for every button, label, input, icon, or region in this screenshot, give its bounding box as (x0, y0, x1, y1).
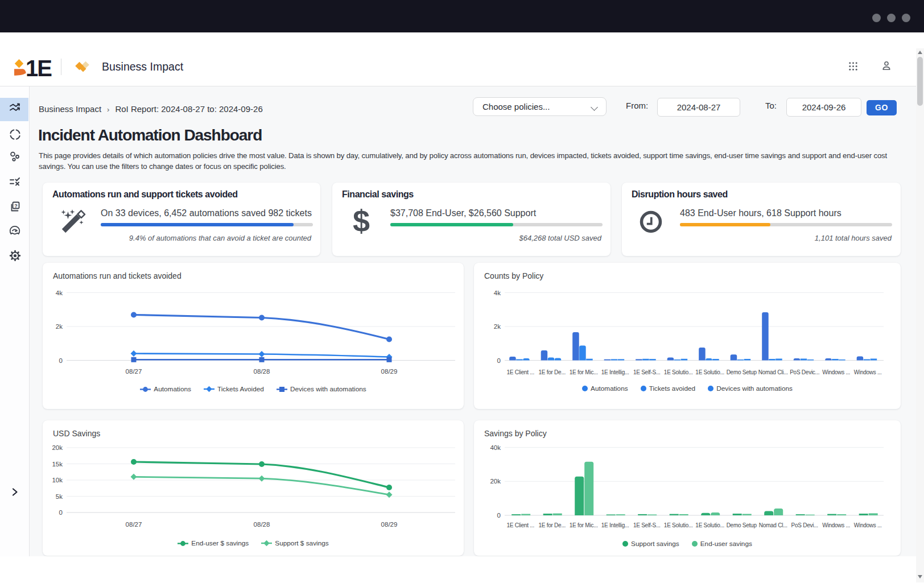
svg-text:08/28: 08/28 (254, 368, 270, 375)
svg-text:40k: 40k (490, 444, 501, 451)
svg-text:1E Solutio...: 1E Solutio... (695, 522, 724, 528)
svg-text:1E Intellig...: 1E Intellig... (601, 522, 629, 528)
svg-text:1E for De...: 1E for De... (538, 369, 566, 375)
svg-text:1E Client ...: 1E Client ... (506, 522, 534, 528)
svg-text:Nomad Cli...: Nomad Cli... (758, 369, 788, 375)
svg-text:Windows ...: Windows ... (822, 522, 850, 528)
svg-text:1E for De...: 1E for De... (538, 522, 566, 528)
svg-text:0: 0 (497, 357, 501, 364)
svg-text:08/27: 08/27 (126, 368, 142, 375)
svg-text:1E Intellig...: 1E Intellig... (601, 369, 629, 375)
svg-text:08/29: 08/29 (381, 521, 398, 528)
svg-text:0: 0 (497, 512, 501, 519)
svg-text:1E Solutio...: 1E Solutio... (695, 369, 724, 375)
svg-text:2k: 2k (56, 323, 63, 330)
svg-text:15k: 15k (52, 461, 63, 468)
svg-text:1E Self-S...: 1E Self-S... (633, 522, 661, 528)
svg-text:Windows ...: Windows ... (854, 369, 882, 375)
svg-text:2k: 2k (494, 323, 501, 330)
svg-text:PoS Devi...: PoS Devi... (791, 522, 818, 528)
svg-text:Demo Setup: Demo Setup (727, 522, 757, 528)
svg-text:08/29: 08/29 (381, 368, 398, 375)
svg-text:1E Self-S...: 1E Self-S... (633, 369, 661, 375)
svg-text:08/27: 08/27 (126, 521, 142, 528)
svg-text:Windows ...: Windows ... (854, 522, 882, 528)
svg-text:0: 0 (59, 357, 63, 364)
svg-text:1E Solutio...: 1E Solutio... (664, 522, 693, 528)
svg-text:Windows ...: Windows ... (822, 369, 850, 375)
svg-text:1E Solutio...: 1E Solutio... (664, 369, 693, 375)
svg-text:PoS Devic...: PoS Devic... (790, 369, 819, 375)
svg-text:0: 0 (59, 509, 63, 516)
svg-text:1E Client ...: 1E Client ... (506, 369, 534, 375)
svg-text:1E for Mic...: 1E for Mic... (570, 369, 598, 375)
svg-text:Demo Setup: Demo Setup (727, 369, 757, 375)
svg-text:1E for Mic...: 1E for Mic... (570, 522, 598, 528)
svg-text:08/28: 08/28 (254, 521, 270, 528)
svg-text:Nomad Cl...: Nomad Cl... (759, 522, 787, 528)
svg-text:4k: 4k (494, 290, 501, 296)
svg-text:5k: 5k (56, 493, 63, 500)
svg-text:?: ? (14, 203, 18, 209)
svg-text:20k: 20k (490, 478, 501, 485)
svg-text:20k: 20k (52, 444, 63, 451)
svg-text:10k: 10k (52, 477, 63, 483)
svg-text:4k: 4k (56, 290, 63, 296)
